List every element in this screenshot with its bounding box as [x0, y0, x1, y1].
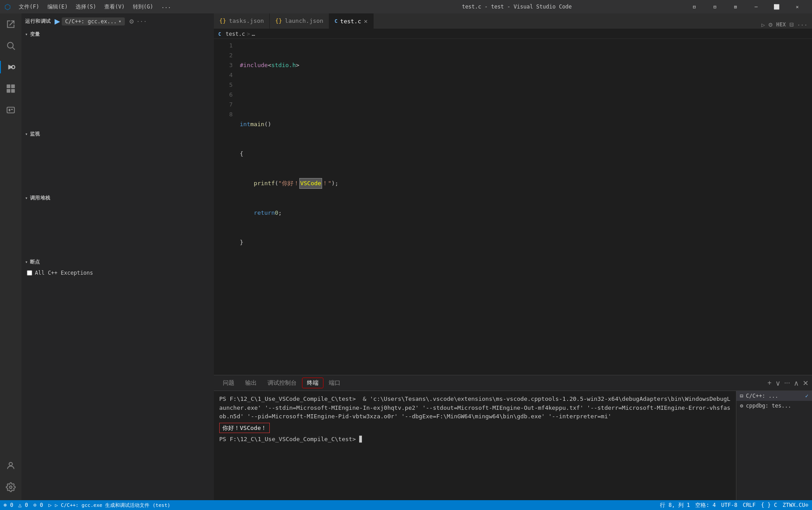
layout2-control[interactable]: ⊞: [725, 0, 746, 13]
tab-label: launch.json: [285, 17, 323, 24]
gear-icon: ⚙: [740, 403, 743, 409]
layout-control[interactable]: ⊟: [684, 0, 705, 13]
panel-control[interactable]: ⊟: [705, 0, 725, 13]
svg-line-1: [13, 47, 15, 50]
menu-more[interactable]: ...: [157, 2, 174, 12]
window-title: test.c - test - Visual Studio Code: [350, 4, 684, 10]
debug-active-status[interactable]: ▷ ▷ C/C++: gcc.exe 生成和调试活动文件 (test): [48, 502, 170, 509]
add-terminal-button[interactable]: +: [767, 379, 771, 387]
info-status[interactable]: ⊙ 0: [34, 502, 43, 508]
statusbar-left: ⊗ 0 △ 0 ⊙ 0 ▷ ▷ C/C++: gcc.exe 生成和调试活动文件…: [4, 502, 170, 509]
chevron-icon: ▾: [25, 32, 28, 37]
terminal-side-cpptools[interactable]: ⊟ C/C++: ... ✓: [736, 391, 812, 401]
line-ending-status[interactable]: CRLF: [743, 502, 756, 508]
terminal-type-icon: ⊟: [740, 393, 743, 399]
panel-tab-output[interactable]: 输出: [240, 377, 262, 389]
code-line-6: return 0;: [240, 208, 806, 218]
svg-point-0: [8, 42, 13, 48]
tab-tasks-json[interactable]: {} tasks.json: [214, 13, 270, 29]
line-numbers: 1 2 3 4 5 6 7 8: [214, 39, 236, 375]
panel-tab-bar: 问题 输出 调试控制台 终端 端口 + ∨ ··· ∧ ✕: [214, 375, 812, 391]
debug-config-selector[interactable]: C/C++: gcc.ex... ▾: [62, 17, 125, 26]
info-icon: ⊙: [34, 502, 37, 508]
tab-test-c[interactable]: C test.c ✕: [329, 13, 374, 29]
svg-rect-8: [9, 109, 10, 111]
debug-settings-icon[interactable]: ⚙: [129, 17, 134, 26]
c-file-icon: C: [335, 18, 338, 24]
close-button[interactable]: ✕: [787, 0, 808, 13]
variables-section-header[interactable]: ▾ 变量: [21, 29, 214, 39]
menu-edit[interactable]: 编辑(E): [44, 2, 72, 12]
errors-warnings-status[interactable]: ⊗ 0 △ 0: [4, 502, 28, 508]
svg-rect-3: [7, 85, 10, 88]
menu-goto[interactable]: 转到(G): [129, 2, 157, 12]
tab-launch-json[interactable]: {} launch.json: [270, 13, 329, 29]
breadcrumb-symbol[interactable]: …: [252, 31, 255, 37]
panel-more-button[interactable]: ···: [784, 379, 790, 387]
code-editor[interactable]: 1 2 3 4 5 6 7 8 #include<stdio.h> int ma…: [214, 39, 812, 375]
hex-label[interactable]: HEX: [776, 21, 786, 28]
panel-tab-debug-console[interactable]: 调试控制台: [262, 377, 302, 389]
maximize-button[interactable]: ⬜: [766, 0, 787, 13]
breakpoint-checkbox[interactable]: [27, 270, 32, 276]
terminal-side-panel: ⊟ C/C++: ... ✓ ⚙ cppdbg: tes...: [736, 391, 812, 500]
sidebar-item-remote[interactable]: [0, 99, 21, 121]
debug-more-icon[interactable]: ···: [136, 18, 147, 25]
editor-area: {} tasks.json {} launch.json C test.c ✕ …: [214, 13, 812, 500]
menu-select[interactable]: 选择(S): [72, 2, 100, 12]
menu-bar: 文件(F) 编辑(E) 选择(S) 查看(V) 转到(G) ...: [15, 2, 350, 12]
sidebar-item-explorer[interactable]: [0, 13, 21, 35]
callstack-section-header[interactable]: ▾ 调用堆栈: [21, 193, 214, 203]
sidebar-item-debug[interactable]: [0, 56, 21, 78]
more-icon[interactable]: ···: [797, 21, 808, 28]
breakpoint-item: All C++ Exceptions: [25, 269, 210, 277]
variables-content: [21, 39, 214, 129]
menu-file[interactable]: 文件(F): [15, 2, 43, 12]
terminal-dropdown-button[interactable]: ∨: [775, 379, 781, 387]
chevron-down-icon: ▾: [119, 19, 121, 24]
sidebar-item-extensions[interactable]: [0, 78, 21, 99]
panel-actions: + ∨ ··· ∧ ✕: [767, 379, 808, 387]
svg-point-10: [9, 463, 12, 466]
menu-view[interactable]: 查看(V): [101, 2, 128, 12]
statusbar-right: 行 8, 列 1 空格: 4 UTF-8 CRLF { } C ZTWX.CU⊙: [660, 502, 808, 509]
indent-status[interactable]: 空格: 4: [695, 502, 716, 509]
code-line-3: int main(): [240, 119, 806, 129]
panel-up-button[interactable]: ∧: [794, 379, 799, 387]
panel-close-button[interactable]: ✕: [803, 379, 808, 387]
sidebar-item-search[interactable]: [0, 35, 21, 56]
panel-tab-terminal[interactable]: 终端: [302, 378, 323, 388]
chevron-icon: ▾: [25, 196, 28, 200]
settings-icon[interactable]: ⚙: [769, 21, 773, 29]
debug-sidebar: 运行和调试 ▶ C/C++: gcc.ex... ▾ ⚙ ··· ▾ 变量 ▾ …: [21, 13, 214, 500]
terminal-side-label: cppdbg: tes...: [746, 403, 808, 409]
terminal-command-line: PS F:\12_C\1_Use_VSCode_Compile_C\test> …: [219, 395, 731, 421]
watch-section-header[interactable]: ▾ 监视: [21, 129, 214, 139]
remote-status[interactable]: ZTWX.CU⊙: [782, 502, 808, 508]
code-content[interactable]: #include<stdio.h> int main() { printf("你…: [236, 39, 806, 375]
run-debug-icon[interactable]: ▷: [761, 21, 765, 28]
terminal-content[interactable]: PS F:\12_C\1_Use_VSCode_Compile_C\test> …: [214, 391, 736, 500]
watch-content: [21, 139, 214, 193]
tab-close-button[interactable]: ✕: [364, 17, 367, 25]
callstack-content: [21, 203, 214, 257]
panel-tab-problems[interactable]: 问题: [217, 377, 240, 389]
encoding-status[interactable]: UTF-8: [721, 502, 737, 508]
terminal-cursor: ▊: [359, 436, 363, 442]
sidebar-toolbar: 运行和调试 ▶ C/C++: gcc.ex... ▾ ⚙ ···: [21, 13, 214, 29]
breadcrumb-file[interactable]: C test.c: [218, 31, 245, 37]
language-status[interactable]: { } C: [761, 502, 777, 508]
editor-scrollbar[interactable]: [806, 39, 812, 375]
split-editor-icon[interactable]: ⊟: [789, 21, 793, 29]
editor-toolbar-right: ▷ ⚙ HEX ⊟ ···: [757, 21, 812, 29]
terminal-side-cppdbg[interactable]: ⚙ cppdbg: tes...: [736, 401, 812, 411]
panel-tab-ports[interactable]: 端口: [323, 377, 346, 389]
code-line-2: [240, 90, 806, 100]
breakpoints-section-header[interactable]: ▾ 断点: [21, 257, 214, 267]
minimize-button[interactable]: ─: [746, 0, 766, 13]
sidebar-item-account[interactable]: [0, 455, 21, 476]
terminal-body: PS F:\12_C\1_Use_VSCode_Compile_C\test> …: [214, 391, 812, 500]
cursor-position-status[interactable]: 行 8, 列 1: [660, 502, 690, 509]
sidebar-item-settings[interactable]: [0, 476, 21, 498]
debug-play-button[interactable]: ▶: [55, 17, 60, 26]
